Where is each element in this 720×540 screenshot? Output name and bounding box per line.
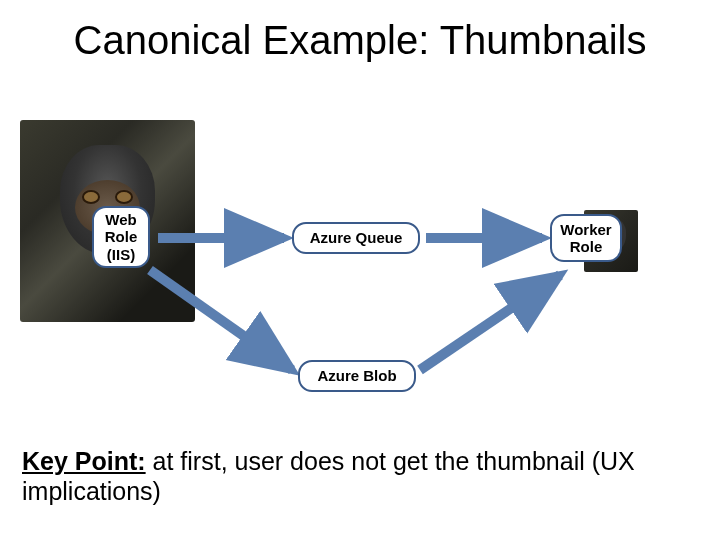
key-point-text: Key Point: at first, user does not get t… xyxy=(22,446,698,506)
key-point-label: Key Point: xyxy=(22,447,146,475)
node-azure-blob: Azure Blob xyxy=(298,360,416,392)
node-web-role-label: WebRole(IIS) xyxy=(105,211,138,263)
node-azure-queue: Azure Queue xyxy=(292,222,420,254)
node-worker-role: WorkerRole xyxy=(550,214,622,262)
node-azure-queue-label: Azure Queue xyxy=(310,229,403,246)
diagram-area: WebRole(IIS) Azure Queue WorkerRole Azur… xyxy=(0,120,720,420)
node-azure-blob-label: Azure Blob xyxy=(317,367,396,384)
slide-title: Canonical Example: Thumbnails xyxy=(0,18,720,63)
node-web-role: WebRole(IIS) xyxy=(92,206,150,268)
node-worker-role-label: WorkerRole xyxy=(560,221,611,256)
arrow-blob-to-worker xyxy=(420,275,560,370)
